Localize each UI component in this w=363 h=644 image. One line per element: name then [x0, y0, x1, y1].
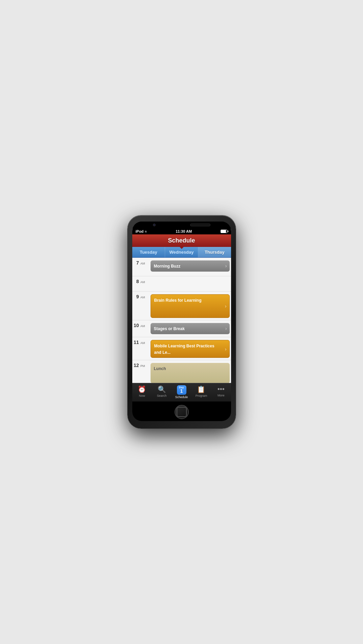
chevron-icon-brain: › — [225, 303, 227, 309]
event-area-7: Morning Buzz › — [150, 258, 231, 274]
time-display: 11:30 AM — [176, 229, 192, 233]
hardware-top — [132, 222, 231, 228]
battery-icon — [221, 230, 227, 233]
schedule-calendar-icon: Day 1 — [177, 385, 186, 395]
tab-now-label: Now — [139, 394, 145, 397]
clock-icon: ⏰ — [138, 385, 146, 393]
tab-tuesday[interactable]: Tuesday — [132, 247, 165, 257]
event-morning-buzz[interactable]: Morning Buzz › — [151, 260, 230, 272]
event-area-9: Brain Rules for Learning › — [150, 292, 231, 320]
nav-bar: Schedule — [132, 234, 231, 247]
phone-device: iPod ≈ 11:30 AM Schedule Tuesday Wed — [128, 215, 236, 429]
event-area-10: Stages or Break › — [150, 320, 231, 336]
time-label-8: 8 AM — [132, 276, 146, 284]
time-label-7: 7 AM — [132, 258, 146, 266]
tab-more-label: More — [218, 394, 225, 397]
tab-program-label: Program — [196, 394, 207, 397]
tab-search[interactable]: 🔍 Search — [152, 385, 172, 399]
tab-thursday[interactable]: Thursday — [198, 247, 231, 257]
nav-arrow — [179, 246, 184, 249]
carrier-label: iPod — [136, 229, 144, 233]
event-title-mobile-learning: Mobile Learning Best Practices and Le... — [154, 344, 214, 355]
event-area-8 — [150, 276, 231, 279]
event-title-stages-break: Stages or Break — [154, 326, 185, 331]
event-mobile-learning[interactable]: Mobile Learning Best Practices and Le...… — [151, 340, 230, 358]
event-lunch[interactable]: Lunch — [151, 363, 230, 383]
tab-search-label: Search — [157, 394, 167, 397]
status-left: iPod ≈ — [136, 229, 147, 233]
dots-icon: ••• — [218, 385, 225, 393]
schedule-content[interactable]: 7 AM Morning Buzz › — [132, 258, 231, 383]
time-label-10: 10 AM — [132, 320, 146, 328]
time-row-8am: 8 AM — [132, 276, 231, 292]
event-stages-break[interactable]: Stages or Break › — [151, 323, 230, 334]
phone-screen-area: iPod ≈ 11:30 AM Schedule Tuesday Wed — [132, 222, 231, 421]
event-area-11: Mobile Learning Best Practices and Le...… — [150, 337, 231, 360]
chevron-icon: › — [225, 263, 227, 269]
program-icon: 📋 — [197, 385, 205, 393]
tab-more[interactable]: ••• More — [211, 385, 231, 399]
time-row-12pm: 12 PM Lunch — [132, 360, 231, 383]
time-row-10am: 10 AM Stages or Break › — [132, 320, 231, 337]
time-label-9: 9 AM — [132, 292, 146, 300]
wifi-icon: ≈ — [145, 230, 147, 233]
tab-schedule-label: Schedule — [175, 395, 188, 399]
nav-title: Schedule — [168, 237, 195, 244]
camera — [153, 224, 156, 226]
search-icon: 🔍 — [158, 385, 166, 393]
tab-program[interactable]: 📋 Program — [191, 385, 211, 399]
tab-schedule[interactable]: Day 1 Schedule — [172, 385, 191, 399]
event-title-brain-rules: Brain Rules for Learning — [154, 298, 202, 303]
time-label-12: 12 PM — [132, 360, 146, 368]
chevron-icon-mobile: › — [225, 346, 227, 352]
event-area-12: Lunch — [150, 360, 231, 383]
speaker — [190, 224, 210, 226]
event-title-morning-buzz: Morning Buzz — [154, 264, 181, 269]
time-label-11: 11 AM — [132, 337, 146, 345]
time-row-7am: 7 AM Morning Buzz › — [132, 258, 231, 276]
status-bar: iPod ≈ 11:30 AM — [132, 228, 231, 234]
screen: iPod ≈ 11:30 AM Schedule Tuesday Wed — [132, 228, 231, 401]
event-title-lunch: Lunch — [154, 366, 166, 371]
home-button[interactable] — [175, 405, 189, 419]
battery-fill — [221, 230, 226, 233]
time-row-11am: 11 AM Mobile Learning Best Practices and… — [132, 337, 231, 360]
chevron-icon-stages: › — [225, 326, 227, 331]
event-brain-rules[interactable]: Brain Rules for Learning › — [151, 294, 230, 318]
tab-bar: ⏰ Now 🔍 Search Day 1 Schedule — [132, 383, 231, 401]
time-row-9am: 9 AM Brain Rules for Learning › — [132, 292, 231, 320]
tab-now[interactable]: ⏰ Now — [132, 385, 152, 399]
home-button-inner — [177, 407, 187, 417]
